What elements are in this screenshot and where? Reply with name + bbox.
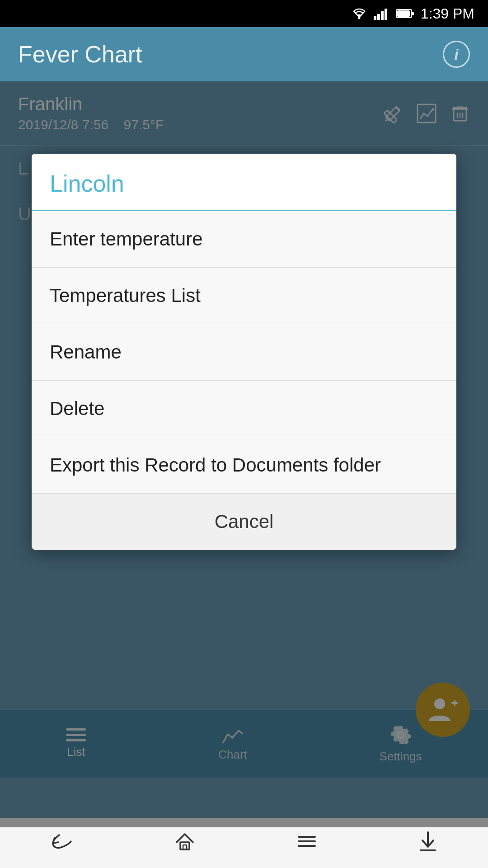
status-icons: 1:39 PM: [351, 5, 474, 22]
menu-button[interactable]: [296, 831, 318, 855]
svg-rect-2: [377, 14, 380, 20]
info-button[interactable]: i: [443, 41, 470, 68]
menu-item-export[interactable]: Export this Record to Documents folder: [32, 437, 456, 494]
dialog-cancel-button[interactable]: Cancel: [32, 494, 456, 550]
svg-rect-22: [180, 842, 189, 849]
svg-rect-3: [381, 11, 384, 20]
menu-item-rename[interactable]: Rename: [32, 324, 456, 381]
context-dialog: Lincoln Enter temperature Temperatures L…: [32, 154, 456, 550]
status-bar: 1:39 PM: [0, 0, 488, 27]
signal-icon: [374, 7, 390, 20]
menu-item-enter-temperature[interactable]: Enter temperature: [32, 211, 456, 268]
svg-rect-4: [385, 9, 387, 20]
menu-item-temperatures-list[interactable]: Temperatures List: [32, 268, 456, 324]
svg-rect-7: [397, 10, 410, 17]
download-button[interactable]: [418, 830, 438, 856]
app-title: Fever Chart: [18, 41, 142, 68]
status-time: 1:39 PM: [421, 5, 474, 22]
wifi-icon: [351, 7, 367, 20]
menu-item-delete[interactable]: Delete: [32, 381, 456, 437]
app-header: Fever Chart i: [0, 27, 488, 81]
dialog-title: Lincoln: [32, 154, 456, 211]
home-button[interactable]: [174, 830, 196, 856]
main-content: Franklin 2019/12/8 7:56 97.5°F: [0, 81, 488, 827]
back-button[interactable]: [50, 831, 74, 855]
svg-point-0: [358, 17, 360, 19]
svg-rect-1: [374, 16, 376, 20]
svg-rect-6: [412, 12, 414, 15]
battery-icon: [396, 9, 414, 19]
info-icon: i: [454, 46, 458, 63]
